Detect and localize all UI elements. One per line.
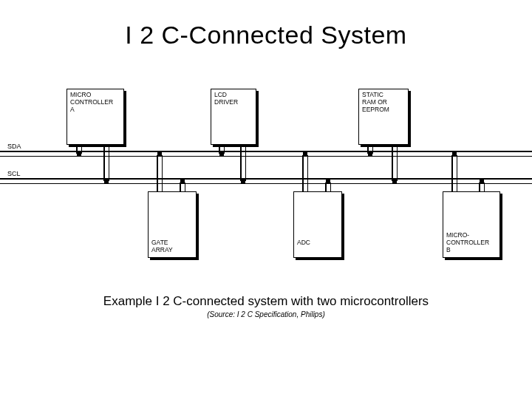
device-static-ram-eeprom: STATIC RAM OR EEPROM xyxy=(358,89,409,145)
bus-label-sda: SDA xyxy=(7,143,21,150)
figure-caption: Example I 2 C-connected system with two … xyxy=(0,294,532,309)
device-lcd-driver: LCD DRIVER xyxy=(211,89,256,145)
figure-source: (Source: I 2 C Specification, Philips) xyxy=(0,310,532,318)
device-adc: ADC xyxy=(293,191,342,258)
page-title: I 2 C-Connected System xyxy=(0,21,532,50)
bus-label-scl: SCL xyxy=(7,170,21,177)
device-microcontroller-b: MICRO- CONTROLLER B xyxy=(443,191,500,258)
device-gate-array: GATE ARRAY xyxy=(148,191,197,258)
i2c-bus-diagram: SDA SCL MICRO CONTROLLER A LCD DRIVER ST… xyxy=(0,87,532,279)
device-microcontroller-a: MICRO CONTROLLER A xyxy=(66,89,124,145)
